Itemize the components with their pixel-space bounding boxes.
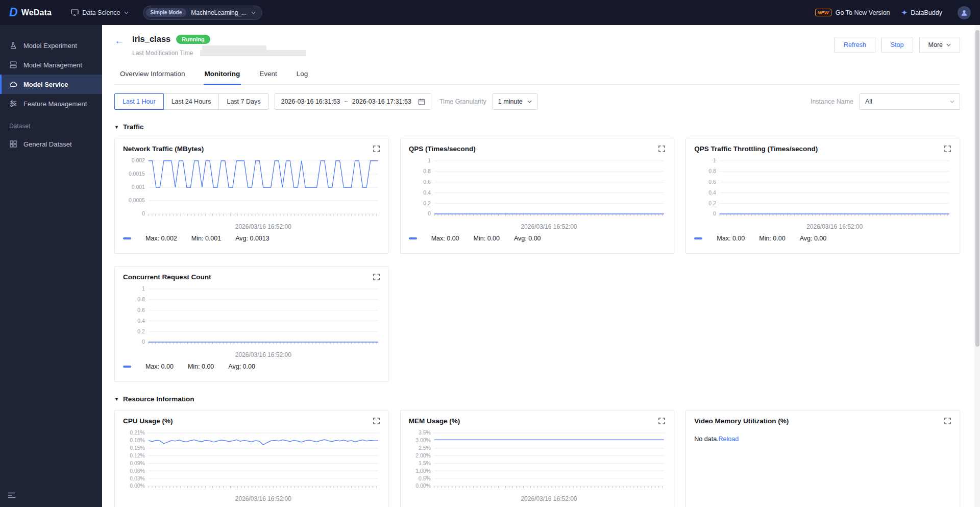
sidebar-dataset-nav: General Dataset [0, 134, 102, 154]
product-switcher[interactable]: Data Science [71, 9, 128, 16]
fullscreen-icon[interactable] [373, 273, 380, 281]
console-icon [71, 9, 79, 16]
chart-title: MEM Usage (%) [409, 417, 460, 425]
scrollbar[interactable] [974, 25, 980, 507]
fullscreen-icon[interactable] [373, 417, 380, 425]
title-block: iris_class Running Last Modification Tim… [132, 34, 306, 57]
svg-text:0.4: 0.4 [423, 190, 431, 196]
brand-name: WeData [21, 8, 52, 17]
chart-stat: Max: 0.002 [145, 235, 177, 242]
chart-x-axis-label: 2026/03/16 16:52:00 [123, 351, 380, 358]
last-modification-label: Last Modification Time [132, 50, 193, 57]
refresh-button[interactable]: Refresh [835, 37, 875, 53]
section-resource-information[interactable]: ▼ Resource Information [114, 395, 960, 403]
project-selector[interactable]: Simple Mode MachineLearning_... [143, 6, 262, 20]
chart-legend: Max: 0.002Min: 0.001Avg: 0.0013 [123, 235, 380, 242]
service-icon [9, 80, 17, 88]
range-button-last-7-days[interactable]: Last 7 Days [218, 93, 268, 110]
granularity-select[interactable]: 1 minute [493, 93, 537, 110]
stop-button[interactable]: Stop [881, 37, 913, 53]
project-name: MachineLearning_... [191, 9, 247, 16]
svg-text:2.5%: 2.5% [419, 445, 431, 451]
sidebar-item-model-service[interactable]: Model Service [0, 75, 102, 94]
svg-text:2.00%: 2.00% [415, 453, 431, 458]
granularity-value: 1 minute [498, 98, 523, 105]
chevron-down-icon [251, 11, 256, 14]
svg-text:3.5%: 3.5% [419, 430, 431, 436]
sidebar-item-model-experiment[interactable]: Model Experiment [0, 36, 102, 55]
instance-filter: Instance Name All [811, 93, 960, 110]
go-to-new-version-link[interactable]: Go To New Version [836, 9, 890, 16]
topbar: D WeData Data Science Simple Mode Machin… [0, 0, 980, 25]
chart-plot: 10.80.60.40.20 [409, 157, 666, 222]
svg-text:0.12%: 0.12% [130, 453, 145, 458]
chart-stat: Avg: 0.00 [228, 363, 255, 370]
user-icon [961, 9, 968, 16]
svg-text:0.18%: 0.18% [130, 438, 145, 443]
sidebar-collapse-button[interactable] [8, 491, 16, 500]
fullscreen-icon[interactable] [373, 145, 380, 153]
scrollbar-thumb[interactable] [975, 30, 979, 347]
svg-text:0.6: 0.6 [137, 307, 145, 313]
svg-text:0: 0 [713, 211, 716, 216]
management-icon [9, 61, 17, 69]
sidebar-item-feature-management[interactable]: Feature Management [0, 94, 102, 113]
databuddy-link[interactable]: ✦ DataBuddy [901, 8, 942, 17]
fullscreen-icon[interactable] [658, 145, 666, 153]
svg-text:1.00%: 1.00% [415, 468, 431, 474]
section-title: Traffic [123, 123, 144, 131]
redacted-text [202, 45, 266, 52]
chart-x-axis-label: 2026/03/16 16:52:00 [123, 495, 380, 502]
legend-dash-icon [694, 237, 702, 239]
chart-card-cpu-usage: CPU Usage (%)0.21%0.18%0.15%0.12%0.09%0.… [114, 410, 389, 507]
svg-text:3.00%: 3.00% [415, 438, 431, 443]
reload-link[interactable]: Reload [719, 436, 739, 443]
time-range-group: Last 1 HourLast 24 HoursLast 7 Days [114, 93, 268, 110]
svg-text:0.8: 0.8 [709, 168, 717, 174]
avatar[interactable] [958, 6, 971, 19]
svg-text:0.00%: 0.00% [130, 483, 145, 489]
chart-stat: Avg: 0.00 [514, 235, 541, 242]
range-button-last-1-hour[interactable]: Last 1 Hour [114, 93, 164, 110]
chart-plot: 3.5%3.00%2.5%2.00%1.5%1.00%0.5%0.00% [409, 429, 666, 494]
chart-card-concurrent-requests: Concurrent Request Count10.80.60.40.2020… [114, 266, 389, 382]
chart-legend: Max: 0.00Min: 0.00Avg: 0.00 [694, 235, 951, 242]
new-badge: NEW [815, 9, 831, 16]
svg-text:0.6: 0.6 [423, 179, 431, 185]
feature-icon [9, 100, 17, 108]
instance-select[interactable]: All [860, 93, 960, 110]
chart-plot: 10.80.60.40.20 [123, 285, 380, 350]
svg-text:1: 1 [428, 158, 431, 163]
tab-event[interactable]: Event [258, 65, 278, 85]
svg-text:0.06%: 0.06% [130, 468, 145, 474]
fullscreen-icon[interactable] [944, 145, 951, 153]
chart-card-qps: QPS (Times/second)10.80.60.40.202026/03/… [400, 138, 675, 254]
svg-text:1: 1 [142, 286, 145, 292]
fullscreen-icon[interactable] [658, 417, 666, 425]
chart-stat: Min: 0.00 [474, 235, 500, 242]
sidebar-item-model-management[interactable]: Model Management [0, 55, 102, 75]
tab-log[interactable]: Log [296, 65, 309, 85]
svg-text:0.09%: 0.09% [130, 461, 145, 466]
fullscreen-icon[interactable] [944, 417, 951, 425]
sidebar-section-dataset: Dataset [0, 113, 102, 134]
section-traffic[interactable]: ▼ Traffic [114, 123, 960, 131]
more-button[interactable]: More [919, 37, 960, 53]
chart-stat: Max: 0.00 [717, 235, 745, 242]
chevron-down-icon [124, 11, 129, 14]
date-range-picker[interactable]: 2026-03-16 16:31:53 ~ 2026-03-16 17:31:5… [275, 93, 431, 110]
chart-card-network-traffic: Network Traffic (MBytes)0.0020.00150.001… [114, 138, 389, 254]
back-button[interactable]: ← [114, 36, 124, 45]
databuddy-label: DataBuddy [911, 9, 942, 16]
chart-title: Network Traffic (MBytes) [123, 145, 204, 153]
tab-monitoring[interactable]: Monitoring [204, 65, 241, 85]
more-label: More [928, 41, 943, 49]
sidebar-item-label: Feature Management [23, 100, 87, 108]
tab-overview-information[interactable]: Overview Information [119, 65, 186, 85]
range-button-last-24-hours[interactable]: Last 24 Hours [163, 93, 219, 110]
filter-bar: Last 1 HourLast 24 HoursLast 7 Days 2026… [114, 93, 960, 110]
svg-text:0.4: 0.4 [709, 190, 717, 196]
wedata-logo[interactable]: D WeData [9, 7, 52, 18]
sidebar-item-general-dataset[interactable]: General Dataset [0, 134, 102, 154]
svg-text:0.8: 0.8 [423, 168, 431, 174]
